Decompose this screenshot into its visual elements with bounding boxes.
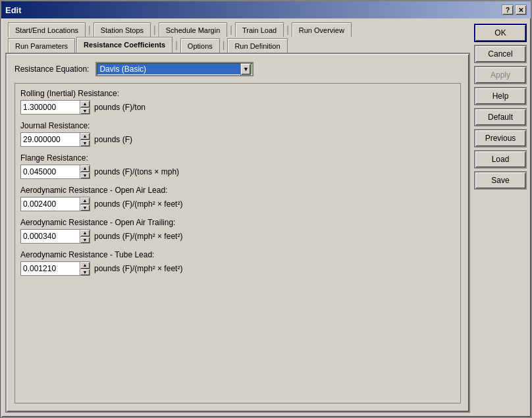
rolling-resistance-label: Rolling (Inertial) Resistance: [20, 89, 452, 98]
aero-trailing-unit: pounds (F)/(mph² × feet²) [94, 232, 182, 241]
journal-resistance-row: ▲ ▼ pounds (F) [20, 132, 452, 147]
save-button[interactable]: Save [474, 171, 527, 190]
flange-resistance-up[interactable]: ▲ [80, 165, 90, 172]
default-button[interactable]: Default [474, 108, 527, 126]
flange-resistance-row: ▲ ▼ pounds (F)/(tons × mph) [20, 165, 452, 179]
aero-tube-lead-spin-buttons: ▲ ▼ [80, 262, 90, 275]
tab-schedule-margin[interactable]: Schedule Margin [159, 22, 228, 37]
journal-resistance-unit: pounds (F) [94, 135, 132, 144]
rolling-resistance-group: Rolling (Inertial) Resistance: ▲ ▼ pou [20, 89, 452, 115]
help-button[interactable]: ? [502, 5, 514, 15]
aero-trailing-group: Aerodynamic Resistance - Open Air Traili… [20, 218, 452, 244]
dropdown-value: Davis (Basic) [99, 65, 146, 74]
flange-resistance-input[interactable] [21, 165, 80, 178]
journal-resistance-spin-buttons: ▲ ▼ [80, 133, 90, 146]
rolling-resistance-unit: pounds (F)/ton [94, 103, 146, 112]
aero-trailing-up[interactable]: ▲ [80, 230, 90, 237]
rolling-resistance-row: ▲ ▼ pounds (F)/ton [20, 100, 452, 115]
aero-lead-spin[interactable]: ▲ ▼ [20, 197, 90, 211]
aero-tube-lead-spin[interactable]: ▲ ▼ [20, 261, 90, 276]
rolling-resistance-spin-buttons: ▲ ▼ [80, 101, 90, 114]
journal-resistance-up[interactable]: ▲ [80, 133, 90, 140]
form-scroll[interactable]: Rolling (Inertial) Resistance: ▲ ▼ pou [14, 83, 461, 404]
flange-resistance-down[interactable]: ▼ [80, 172, 90, 179]
aero-tube-lead-input[interactable] [21, 262, 80, 275]
equation-label: Resistance Equation: [14, 65, 89, 74]
aero-tube-lead-down[interactable]: ▼ [80, 269, 90, 276]
previous-button[interactable]: Previous [474, 129, 527, 147]
flange-resistance-label: Flange Resistance: [20, 153, 452, 163]
flange-resistance-spin-buttons: ▲ ▼ [80, 165, 90, 178]
button-panel: OK Cancel Apply Help Default Previous Lo… [474, 22, 527, 413]
aero-lead-group: Aerodynamic Resistance - Open Air Lead: … [20, 186, 452, 211]
rolling-resistance-spin[interactable]: ▲ ▼ [20, 100, 90, 115]
aero-lead-input[interactable] [21, 197, 80, 211]
close-button[interactable]: ✕ [515, 5, 527, 15]
aero-lead-label: Aerodynamic Resistance - Open Air Lead: [20, 186, 452, 195]
main-window: Edit ? ✕ Start/End Locations | Station S… [0, 0, 532, 418]
flange-resistance-group: Flange Resistance: ▲ ▼ pounds (F)/(ton [20, 153, 452, 179]
rolling-resistance-input[interactable] [21, 101, 80, 114]
rolling-resistance-up[interactable]: ▲ [80, 101, 90, 108]
aero-trailing-row: ▲ ▼ pounds (F)/(mph² × feet²) [20, 229, 452, 244]
aero-tube-lead-unit: pounds (F)/(mph² × feet²) [94, 264, 182, 273]
tab-start-end[interactable]: Start/End Locations [8, 22, 86, 37]
ok-button[interactable]: OK [474, 24, 527, 42]
aero-trailing-input[interactable] [21, 230, 80, 243]
flange-resistance-unit: pounds (F)/(tons × mph) [94, 167, 179, 176]
aero-trailing-down[interactable]: ▼ [80, 237, 90, 244]
apply-button[interactable]: Apply [474, 66, 527, 84]
aero-trailing-label: Aerodynamic Resistance - Open Air Traili… [20, 218, 452, 227]
tabs-row2: Run Parameters Resistance Coefficients |… [5, 37, 470, 53]
main-panel: Start/End Locations | Station Stops | Sc… [5, 22, 470, 413]
window-content: Start/End Locations | Station Stops | Sc… [1, 18, 531, 417]
aero-tube-lead-label: Aerodynamic Resistance - Tube Lead: [20, 250, 452, 259]
tab-options[interactable]: Options [180, 38, 220, 53]
aero-lead-row: ▲ ▼ pounds (F)/(mph² × feet²) [20, 197, 452, 211]
help-button[interactable]: Help [474, 87, 527, 105]
load-button[interactable]: Load [474, 150, 527, 169]
aero-trailing-spin-buttons: ▲ ▼ [80, 230, 90, 243]
tab-station-stops[interactable]: Station Stops [93, 22, 151, 37]
tab-run-overview[interactable]: Run Overview [292, 22, 352, 37]
title-bar-buttons: ? ✕ [502, 5, 527, 15]
tab-run-params[interactable]: Run Parameters [8, 38, 75, 53]
tab-run-definition[interactable]: Run Definition [227, 38, 287, 53]
tab-content: Resistance Equation: Davis (Basic) ▼ Rol… [5, 53, 470, 413]
rolling-resistance-down[interactable]: ▼ [80, 108, 90, 115]
tab-resistance-coeff[interactable]: Resistance Coefficients [76, 37, 173, 53]
aero-tube-lead-row: ▲ ▼ pounds (F)/(mph² × feet²) [20, 261, 452, 276]
dropdown-arrow-icon[interactable]: ▼ [240, 63, 251, 75]
window-title: Edit [5, 5, 22, 15]
aero-tube-lead-group: Aerodynamic Resistance - Tube Lead: ▲ ▼ [20, 250, 452, 276]
journal-resistance-group: Journal Resistance: ▲ ▼ pounds (F) [20, 121, 452, 147]
resistance-equation-dropdown[interactable]: Davis (Basic) ▼ [95, 62, 253, 76]
cancel-button[interactable]: Cancel [474, 45, 527, 63]
journal-resistance-down[interactable]: ▼ [80, 140, 90, 147]
aero-trailing-spin[interactable]: ▲ ▼ [20, 229, 90, 244]
journal-resistance-label: Journal Resistance: [20, 121, 452, 130]
aero-tube-lead-up[interactable]: ▲ [80, 262, 90, 269]
title-bar: Edit ? ✕ [1, 1, 531, 18]
form-inner: Rolling (Inertial) Resistance: ▲ ▼ pou [15, 84, 458, 288]
aero-lead-spin-buttons: ▲ ▼ [80, 197, 90, 211]
flange-resistance-spin[interactable]: ▲ ▼ [20, 165, 90, 179]
journal-resistance-input[interactable] [21, 133, 80, 146]
aero-lead-up[interactable]: ▲ [80, 197, 90, 205]
tab-train-load[interactable]: Train Load [235, 22, 284, 37]
aero-lead-down[interactable]: ▼ [80, 205, 90, 211]
tabs-row1: Start/End Locations | Station Stops | Sc… [5, 22, 470, 37]
equation-row: Resistance Equation: Davis (Basic) ▼ [14, 62, 461, 76]
aero-lead-unit: pounds (F)/(mph² × feet²) [94, 199, 182, 209]
journal-resistance-spin[interactable]: ▲ ▼ [20, 132, 90, 147]
